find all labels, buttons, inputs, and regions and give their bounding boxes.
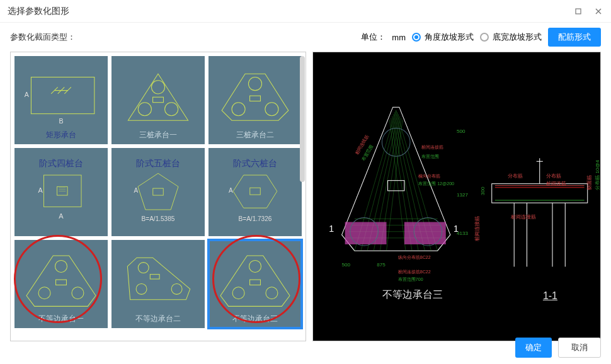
svg-point-29	[138, 262, 149, 273]
svg-text:桩间连接筋: 桩间连接筋	[474, 216, 480, 242]
unit-label: 单位：	[361, 31, 385, 43]
rebar-button[interactable]: 配筋形式	[548, 28, 601, 47]
svg-rect-11	[250, 96, 261, 101]
svg-rect-42	[388, 181, 404, 191]
window-title: 选择参数化图形	[8, 6, 69, 17]
svg-text:A: A	[38, 186, 43, 193]
thumb-label: 不等边承台三	[208, 314, 302, 324]
radio-icon	[412, 33, 421, 42]
thumb-label: 矩形承台	[14, 130, 108, 140]
svg-rect-28	[56, 280, 67, 285]
section-type-label: 参数化截面类型：	[10, 31, 76, 43]
close-button[interactable]	[593, 6, 603, 16]
gallery-scroll[interactable]: B A 矩形承台 三桩承台一	[10, 52, 306, 341]
svg-point-9	[232, 102, 245, 115]
svg-point-31	[171, 283, 182, 294]
radio-label-2: 底宽放坡形式	[493, 31, 542, 43]
svg-point-33	[249, 260, 261, 272]
svg-rect-22	[250, 188, 260, 195]
preview-sub-label: 1-1	[543, 290, 557, 302]
svg-point-10	[265, 102, 278, 115]
svg-text:500: 500	[457, 128, 465, 134]
window-controls	[573, 6, 603, 16]
thumb-uneq-2[interactable]: 不等边承台二	[111, 240, 205, 328]
svg-text:桩间连接筋: 桩间连接筋	[421, 145, 443, 150]
svg-text:分布筋 10@4: 分布筋 10@4	[595, 159, 600, 190]
svg-text:分布筋: 分布筋	[508, 173, 523, 179]
svg-text:A: A	[59, 212, 64, 219]
thumb-step-6[interactable]: 阶式六桩台 A B=A/1.7326	[208, 148, 302, 236]
scrollbar[interactable]	[300, 56, 305, 182]
svg-point-8	[248, 77, 261, 90]
thumb-uneq-3[interactable]: 不等边承台三	[208, 240, 302, 328]
svg-text:阶式六桩台: 阶式六桩台	[233, 159, 277, 168]
svg-point-25	[55, 260, 67, 272]
svg-text:阶式五桩台: 阶式五桩台	[136, 159, 180, 168]
svg-text:纵向分布筋8C22: 纵向分布筋8C22	[398, 255, 431, 260]
ok-button[interactable]: 确定	[515, 338, 552, 358]
unit-value: mm	[392, 33, 406, 42]
svg-text:B: B	[59, 117, 63, 125]
svg-text:875: 875	[377, 262, 385, 268]
svg-text:桩间连接筋8C22: 桩间连接筋8C22	[397, 270, 431, 275]
svg-text:阶式四桩台: 阶式四桩台	[39, 159, 83, 168]
thumb-tri-cap-2[interactable]: 三桩承台二	[208, 56, 302, 144]
thumb-label: 三桩承台二	[208, 130, 302, 140]
preview-panel: 500 875 4133 1327 500 桩间连线筋 布置范围 桩间连接筋 布…	[312, 52, 601, 341]
svg-point-39	[382, 128, 410, 157]
mode-radio-2[interactable]: 底宽放坡形式	[480, 31, 542, 43]
svg-rect-32	[150, 274, 159, 278]
svg-text:1: 1	[454, 224, 459, 234]
svg-text:B=A/1.5385: B=A/1.5385	[142, 215, 175, 222]
svg-point-6	[165, 102, 178, 115]
thumb-label: 不等边承台一	[14, 314, 108, 324]
svg-text:侧面筋: 侧面筋	[586, 175, 592, 190]
thumb-label: 不等边承台二	[111, 314, 205, 324]
svg-text:A: A	[134, 186, 139, 193]
svg-text:布置范围700: 布置范围700	[398, 277, 423, 282]
svg-text:桩间连筋: 桩间连筋	[545, 181, 566, 186]
cancel-button[interactable]: 取消	[558, 338, 601, 358]
svg-text:A: A	[229, 186, 233, 193]
svg-text:1: 1	[329, 224, 334, 234]
thumb-step-4[interactable]: 阶式四桩台 A A	[14, 148, 108, 236]
svg-point-34	[232, 287, 244, 299]
preview-main-label: 不等边承台三	[382, 288, 443, 302]
svg-text:分布筋: 分布筋	[546, 173, 561, 179]
thumb-tri-cap-1[interactable]: 三桩承台一	[111, 56, 205, 144]
thumb-uneq-1[interactable]: 不等边承台一	[14, 240, 108, 328]
minimize-button[interactable]	[573, 6, 583, 16]
svg-text:桩间连接筋: 桩间连接筋	[510, 214, 536, 220]
svg-text:B=A/1.7326: B=A/1.7326	[239, 215, 272, 222]
svg-text:布置范围: 布置范围	[421, 154, 439, 159]
svg-text:A: A	[25, 91, 30, 98]
thumb-step-5[interactable]: 阶式五桩台 A B=A/1.5385	[111, 148, 205, 236]
mode-radio-1[interactable]: 角度放坡形式	[412, 31, 474, 43]
svg-point-30	[136, 283, 147, 294]
svg-point-4	[151, 80, 164, 93]
thumb-rect-cap[interactable]: B A 矩形承台	[14, 56, 108, 144]
svg-rect-36	[250, 280, 261, 285]
svg-text:横向分布筋: 横向分布筋	[418, 174, 440, 179]
svg-rect-18	[153, 188, 163, 195]
svg-rect-38	[404, 222, 446, 244]
svg-point-35	[266, 287, 278, 299]
radio-label-1: 角度放坡形式	[425, 31, 474, 43]
svg-rect-1	[31, 77, 94, 113]
svg-point-27	[72, 287, 84, 299]
svg-rect-7	[153, 97, 164, 102]
radio-icon	[480, 33, 489, 42]
svg-text:1327: 1327	[457, 192, 469, 198]
svg-point-5	[138, 102, 151, 115]
svg-text:300: 300	[480, 186, 486, 195]
svg-text:布置范围 12@200: 布置范围 12@200	[418, 181, 454, 186]
thumb-label: 三桩承台一	[111, 130, 205, 140]
svg-point-26	[38, 287, 50, 299]
svg-text:500: 500	[342, 262, 351, 268]
svg-rect-13	[44, 175, 81, 207]
svg-rect-0	[576, 9, 581, 14]
